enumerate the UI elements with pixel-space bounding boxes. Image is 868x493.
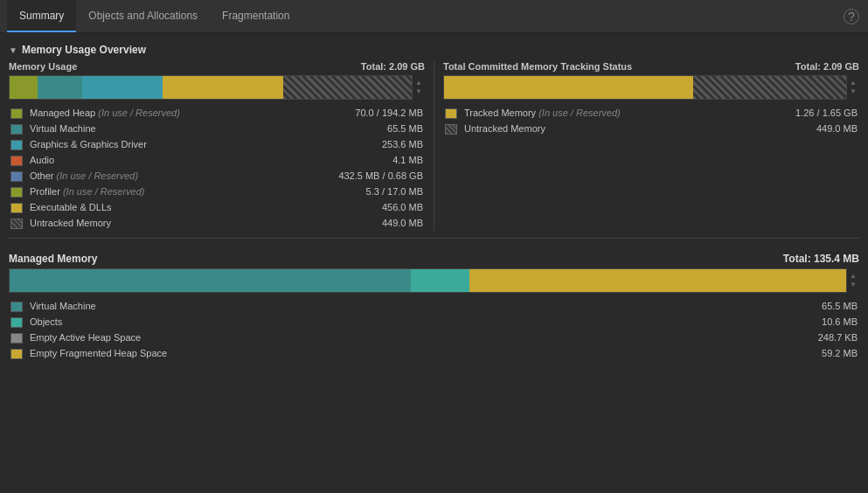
legend-row-virtual-machine: Virtual Machine 65.5 MB <box>9 121 425 136</box>
committed-bar-wrapper <box>443 75 847 100</box>
managed-memory-title: Managed Memory <box>9 253 97 265</box>
bar-untracked <box>283 76 412 99</box>
bar-mm-fragmented <box>469 269 846 292</box>
help-icon[interactable]: ? <box>844 9 859 24</box>
scroll-down-arrow[interactable]: ▼ <box>415 88 422 95</box>
color-untracked-left <box>10 219 23 229</box>
memory-usage-label: Memory Usage <box>9 61 77 72</box>
legend-row-tracked: Tracked Memory (In use / Reserved) 1.26 … <box>443 105 859 121</box>
bar-managed-heap <box>10 76 38 99</box>
committed-bar-row: ▲ ▼ <box>443 75 859 100</box>
bar-mm-objects <box>411 269 469 292</box>
legend-row-untracked-left: Untracked Memory 449.0 MB <box>9 215 425 231</box>
scroll-down-arrow-right[interactable]: ▼ <box>850 88 857 95</box>
scroll-col-managed: ▲ ▼ <box>847 268 859 293</box>
memory-overview-header: ▼ Memory Usage Overview <box>9 44 859 56</box>
memory-usage-total: Total: 2.09 GB <box>361 61 425 72</box>
pane-separator <box>434 61 434 231</box>
legend-row-profiler: Profiler (In use / Reserved) 5.3 / 17.0 … <box>9 184 425 199</box>
color-profiler <box>10 187 23 198</box>
managed-memory-section: Managed Memory Total: 135.4 MB ▲ ▼ Virtu… <box>9 253 859 361</box>
tab-bar: Summary Objects and Allocations Fragment… <box>0 0 868 33</box>
committed-bar <box>443 75 847 100</box>
scroll-up-arrow[interactable]: ▲ <box>415 80 422 87</box>
tab-fragmentation[interactable]: Fragmentation <box>210 0 302 32</box>
bar-mm-vm <box>10 269 411 292</box>
legend-row-other: Other (In use / Reserved) 432.5 MB / 0.6… <box>9 168 425 184</box>
legend-row-managed-heap: Managed Heap (In use / Reserved) 70.0 / … <box>9 105 425 121</box>
legend-row-graphics: Graphics & Graphics Driver 253.6 MB <box>9 136 425 152</box>
color-mm-empty-active <box>10 333 23 344</box>
bar-tracked <box>444 76 693 99</box>
color-mm-vm <box>10 302 23 312</box>
memory-usage-bar-row: ▲ ▼ <box>9 75 425 100</box>
section-divider <box>9 238 859 239</box>
committed-legend: Tracked Memory (In use / Reserved) 1.26 … <box>443 105 859 136</box>
color-other <box>10 171 23 182</box>
legend-row-exe: Executable & DLLs 456.0 MB <box>9 199 425 215</box>
managed-memory-bar-wrapper <box>9 268 847 293</box>
memory-usage-bar-wrapper <box>9 75 413 100</box>
color-exe <box>10 203 23 213</box>
tab-summary[interactable]: Summary <box>7 0 76 32</box>
scroll-down-managed[interactable]: ▼ <box>850 281 857 288</box>
main-content: ▼ Memory Usage Overview Memory Usage Tot… <box>0 33 868 493</box>
managed-memory-legend: Virtual Machine 65.5 MB Objects 10.6 MB … <box>9 298 859 361</box>
color-mm-empty-fragmented <box>10 349 23 359</box>
managed-memory-total: Total: 135.4 MB <box>783 253 859 265</box>
scroll-up-managed[interactable]: ▲ <box>850 273 857 280</box>
overview-panes: Memory Usage Total: 2.09 GB ▲ ▼ <box>9 61 859 231</box>
managed-memory-header-row: Managed Memory Total: 135.4 MB <box>9 253 859 265</box>
color-vm <box>10 124 23 135</box>
color-audio <box>10 156 23 166</box>
color-tracked <box>445 108 457 119</box>
scroll-col-left: ▲ ▼ <box>413 75 425 100</box>
color-managed-heap <box>10 108 23 119</box>
color-untracked-right <box>445 124 457 135</box>
legend-row-mm-empty-fragmented: Empty Fragmented Heap Space 59.2 MB <box>9 345 859 361</box>
scroll-up-arrow-right[interactable]: ▲ <box>850 80 857 87</box>
bar-untracked-right <box>693 76 846 99</box>
legend-row-mm-vm: Virtual Machine 65.5 MB <box>9 298 859 314</box>
color-graphics <box>10 140 23 150</box>
memory-usage-bar <box>9 75 413 100</box>
managed-memory-bar <box>9 268 847 293</box>
bar-exe <box>163 76 283 99</box>
committed-total: Total: 2.09 GB <box>795 61 859 72</box>
color-mm-objects <box>10 317 23 328</box>
committed-memory-pane: Total Committed Memory Tracking Status T… <box>443 61 859 231</box>
managed-memory-bar-row: ▲ ▼ <box>9 268 859 293</box>
memory-usage-legend: Managed Heap (In use / Reserved) 70.0 / … <box>9 105 425 231</box>
bar-graphics <box>82 76 163 99</box>
committed-label: Total Committed Memory Tracking Status <box>443 61 632 72</box>
tab-objects-allocations[interactable]: Objects and Allocations <box>76 0 210 32</box>
memory-usage-pane: Memory Usage Total: 2.09 GB ▲ ▼ <box>9 61 425 231</box>
legend-row-mm-objects: Objects 10.6 MB <box>9 314 859 330</box>
collapse-triangle[interactable]: ▼ <box>9 45 17 55</box>
legend-row-untracked-right: Untracked Memory 449.0 MB <box>443 121 859 136</box>
committed-title-row: Total Committed Memory Tracking Status T… <box>443 61 859 72</box>
memory-usage-title-row: Memory Usage Total: 2.09 GB <box>9 61 425 72</box>
legend-row-audio: Audio 4.1 MB <box>9 152 425 168</box>
scroll-col-right: ▲ ▼ <box>847 75 859 100</box>
legend-row-mm-empty-active: Empty Active Heap Space 248.7 KB <box>9 330 859 345</box>
bar-vm <box>38 76 82 99</box>
